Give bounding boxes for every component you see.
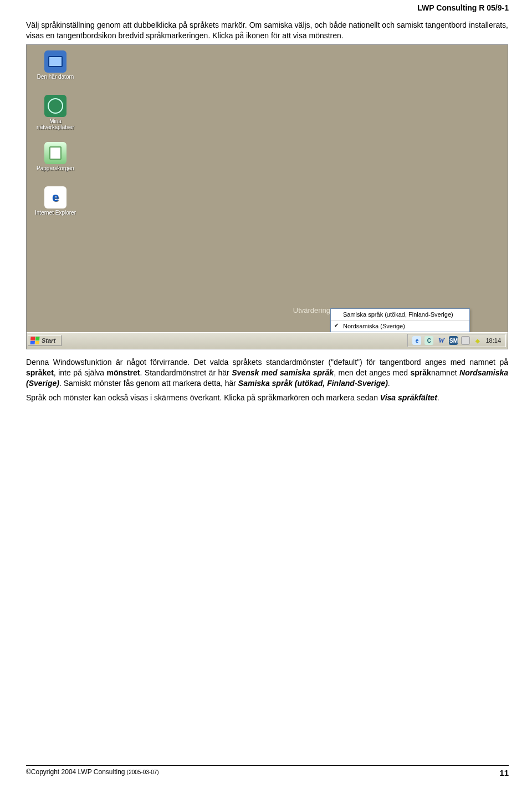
tray-shield-icon[interactable]: ◆ [473,336,482,345]
system-tray: e C W SM ◆ 18:14 [407,334,506,347]
taskbar: Start e C W SM ◆ 18:14 [27,332,508,349]
language-option-nordsamiska[interactable]: Nordsamiska (Sverige) [331,320,469,332]
page-footer: ©Copyright 2004 LWP Consulting (2005-03-… [26,765,509,777]
page-number: 11 [499,768,509,777]
icon-internet-explorer[interactable]: e Internet Explorer [33,186,78,216]
tray-keyboard-icon[interactable] [461,336,470,345]
copyright: ©Copyright 2004 LWP Consulting (2005-03-… [26,768,159,777]
icon-recycle-bin[interactable]: Papperskorgen [33,142,78,171]
tray-ie-icon[interactable]: e [412,336,421,345]
ie-icon: e [44,186,66,209]
icon-label: Mina nätverksplatser [37,118,74,130]
icon-my-computer[interactable]: Den här datorn [33,50,78,80]
page-header: LWP Consulting R 05/9-1 [417,3,509,12]
desktop-area: Den här datorn Mina nätverksplatser Papp… [27,45,508,349]
evaluation-watermark: Utvärdering [293,306,330,314]
start-label: Start [42,337,55,344]
paragraph-3: Språk och mönster kan också visas i skär… [26,393,508,403]
globe-icon [44,95,66,117]
icon-network-places[interactable]: Mina nätverksplatser [33,95,78,130]
tray-clock: 18:14 [485,337,501,344]
language-popup: Samiska språk (utökad, Finland-Sverige) … [330,308,470,332]
monitor-icon [44,50,66,73]
icon-label: Internet Explorer [35,210,76,216]
page-content: Välj språkinställning genom att dubbelkl… [26,20,508,408]
start-button[interactable]: Start [28,335,62,346]
paragraph-2: Denna Windowsfunktion är något förvirran… [26,357,508,389]
tray-w-icon[interactable]: W [437,336,446,345]
bin-icon [44,142,66,164]
icon-label: Den här datorn [37,74,74,80]
tray-c-icon[interactable]: C [424,336,433,345]
tray-sm-indicator[interactable]: SM [449,336,458,345]
windows-flag-icon [30,337,40,344]
language-option-samiska[interactable]: Samiska språk (utökad, Finland-Sverige) [331,309,469,320]
intro-paragraph: Välj språkinställning genom att dubbelkl… [26,20,508,41]
desktop-screenshot: Den här datorn Mina nätverksplatser Papp… [26,44,508,349]
icon-label: Papperskorgen [37,165,74,171]
